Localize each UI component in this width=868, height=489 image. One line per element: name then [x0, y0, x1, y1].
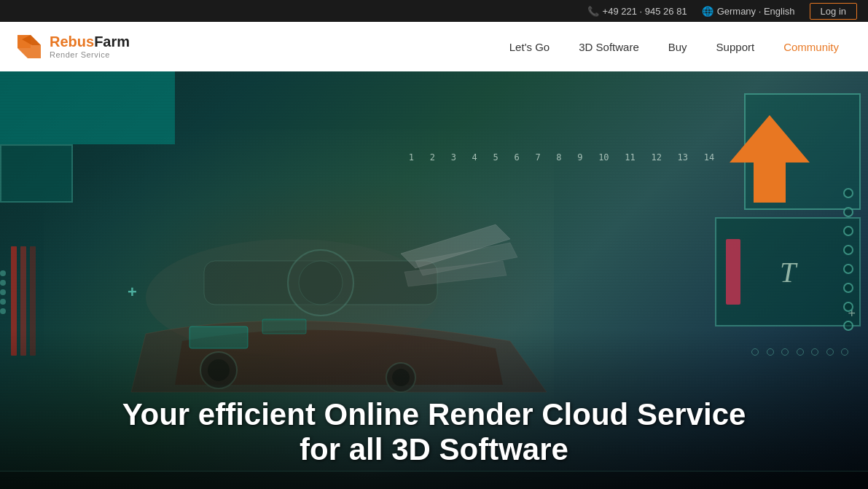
arrow-stem: [754, 163, 786, 203]
circle-5: [843, 264, 853, 274]
logo-name: RebusFarm: [50, 33, 130, 50]
phone-number: +49 221 · 945 26 81: [603, 6, 687, 17]
nav-bar: RebusFarm Render Service Let's Go 3D Sof…: [0, 22, 868, 71]
hero-title-line2: for all 3D Software: [0, 432, 868, 467]
logo-farm: Farm: [94, 34, 130, 50]
region-selector[interactable]: 🌐 Germany · English: [702, 6, 795, 17]
region-label: Germany · English: [717, 6, 795, 17]
circle-3: [843, 226, 853, 236]
logo-subtitle: Render Service: [50, 50, 130, 60]
scroll-arrow[interactable]: [730, 115, 810, 203]
phone-info: 📞 +49 221 · 945 26 81: [587, 6, 687, 17]
hero-section: 1234567891011121314 T + +: [0, 71, 868, 489]
logo-rebus: Rebus: [50, 34, 94, 50]
login-button[interactable]: Log in: [810, 3, 857, 20]
nav-item-3d-software[interactable]: 3D Software: [564, 22, 654, 71]
nav-item-buy[interactable]: Buy: [654, 22, 702, 71]
top-bar: 📞 +49 221 · 945 26 81 🌐 Germany · Englis…: [0, 0, 868, 22]
t-symbol: T: [780, 255, 796, 289]
nav-item-community[interactable]: Community: [769, 22, 853, 71]
circle-7: [843, 302, 853, 312]
svg-point-6: [299, 261, 343, 305]
globe-icon: 🌐: [702, 6, 713, 17]
circle-4: [843, 245, 853, 255]
nav-item-lets-go[interactable]: Let's Go: [495, 22, 564, 71]
arrow-up-triangle: [730, 115, 810, 163]
panel-circles: [843, 188, 853, 331]
hero-title-line1: Your efficient Online Render Cloud Servi…: [0, 397, 868, 432]
logo-icon: [15, 32, 44, 61]
circle-1: [843, 188, 853, 198]
hero-text: Your efficient Online Render Cloud Servi…: [0, 397, 868, 467]
circle-6: [843, 283, 853, 293]
main-nav: Let's Go 3D Software Buy Support Communi…: [495, 22, 853, 71]
hero-bottom-bar: [0, 471, 868, 489]
accent-pink-bar: [726, 239, 740, 305]
phone-icon: 📞: [587, 6, 599, 17]
nav-item-support[interactable]: Support: [702, 22, 770, 71]
circle-2: [843, 207, 853, 217]
logo[interactable]: RebusFarm Render Service: [15, 32, 130, 61]
